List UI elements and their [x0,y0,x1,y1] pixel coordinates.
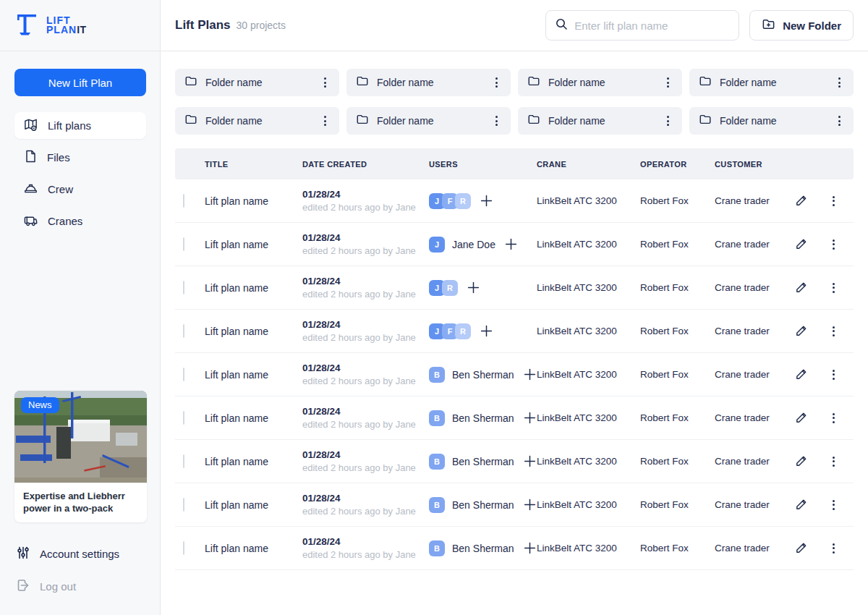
account-settings-link[interactable]: Account settings [14,546,146,562]
row-checkbox[interactable] [183,281,184,294]
folder-card[interactable]: Folder name [175,69,339,96]
search-input[interactable] [574,20,730,32]
edit-row-button[interactable] [791,278,811,298]
sidebar-item-cranes[interactable]: Cranes [14,208,146,234]
sidebar-item-crew[interactable]: Crew [14,176,146,203]
cell-users: B Ben Sherman [429,540,537,556]
row-menu-button[interactable] [825,192,842,210]
folder-icon [184,75,197,90]
edit-row-button[interactable] [791,538,811,559]
column-header-title: TITLE [205,160,302,169]
sidebar-item-files[interactable]: Files [14,144,146,171]
row-menu-button[interactable] [825,496,842,514]
row-checkbox[interactable] [183,368,184,381]
row-checkbox[interactable] [183,411,184,425]
table-row[interactable]: Lift plan name 01/28/24 edited 2 hours a… [175,266,854,310]
folder-menu-button[interactable] [659,74,676,91]
user-name: Ben Sherman [452,543,514,554]
date-value: 01/28/24 [302,449,429,462]
user-name: Ben Sherman [452,412,514,424]
table-row[interactable]: Lift plan name 01/28/24 edited 2 hours a… [175,396,854,440]
table-row[interactable]: Lift plan name 01/28/24 edited 2 hours a… [175,527,854,570]
date-value: 01/28/24 [302,318,429,331]
new-lift-plan-button[interactable]: New Lift Plan [14,69,146,96]
edit-row-button[interactable] [791,365,811,385]
add-user-button[interactable] [505,238,517,250]
folder-menu-button[interactable] [488,112,505,130]
folder-menu-button[interactable] [316,74,333,91]
cell-date-created: 01/28/24 edited 2 hours ago by Jane [302,362,429,387]
add-user-button[interactable] [524,499,536,511]
add-user-button[interactable] [524,412,536,424]
folder-menu-button[interactable] [488,74,505,91]
news-card[interactable]: News Expertise and Liebherr power in a t… [14,391,147,522]
folder-icon [699,113,712,129]
row-menu-button[interactable] [825,540,842,557]
row-checkbox[interactable] [183,541,184,555]
row-menu-button[interactable] [825,323,842,340]
add-user-button[interactable] [467,281,480,294]
date-value: 01/28/24 [302,188,429,201]
avatar-group: B [429,454,445,470]
brand-wordmark: LIFT PLANIT [46,16,87,35]
column-header-operator: OPERATOR [640,160,715,169]
row-checkbox[interactable] [183,237,184,251]
cell-customer: Crane trader [715,543,791,554]
table-row[interactable]: Lift plan name 01/28/24 edited 2 hours a… [175,440,854,483]
search-box[interactable] [545,10,739,41]
table-row[interactable]: Lift plan name 01/28/24 edited 2 hours a… [175,483,854,527]
folder-menu-button[interactable] [659,112,676,130]
table-row[interactable]: Lift plan name 01/28/24 edited 2 hours a… [175,310,854,353]
folder-card[interactable]: Folder name [175,107,339,135]
nav-item-label: Crew [48,183,73,195]
row-checkbox[interactable] [183,324,184,338]
row-menu-button[interactable] [825,410,842,427]
row-menu-button[interactable] [825,279,842,297]
cell-users: B Ben Sherman [429,367,537,383]
row-checkbox[interactable] [183,498,184,512]
row-menu-button[interactable] [825,453,842,470]
cell-operator: Robert Fox [640,456,715,467]
edit-row-button[interactable] [791,408,811,428]
cell-crane: LinkBelt ATC 3200 [537,195,640,206]
add-user-button[interactable] [480,195,493,207]
avatar-group: JFR [429,193,471,209]
table-row[interactable]: Lift plan name 01/28/24 edited 2 hours a… [175,179,854,223]
row-menu-button[interactable] [825,366,842,383]
edit-row-button[interactable] [791,495,811,515]
folder-card[interactable]: Folder name [346,107,511,135]
folder-card[interactable]: Folder name [689,107,854,135]
column-header-date-created: DATE CREATED [302,160,429,169]
folder-menu-button[interactable] [830,112,848,130]
logout-link[interactable]: Log out [14,578,146,595]
cell-crane: LinkBelt ATC 3200 [537,369,640,380]
new-folder-button[interactable]: New Folder [749,10,854,41]
edit-row-button[interactable] [791,321,811,342]
edit-row-button[interactable] [791,191,811,211]
edited-info: edited 2 hours ago by Jane [302,201,429,213]
table-row[interactable]: Lift plan name 01/28/24 edited 2 hours a… [175,223,854,266]
date-value: 01/28/24 [302,362,429,375]
folder-menu-button[interactable] [316,112,333,130]
add-user-button[interactable] [524,455,536,467]
add-user-button[interactable] [480,325,493,337]
row-checkbox[interactable] [183,194,184,208]
folder-card[interactable]: Folder name [689,69,854,96]
edited-info: edited 2 hours ago by Jane [302,288,429,300]
edit-row-button[interactable] [791,451,811,472]
folder-menu-button[interactable] [830,74,848,91]
folder-card[interactable]: Folder name [518,69,682,96]
add-user-button[interactable] [524,542,536,554]
table-row[interactable]: Lift plan name 01/28/24 edited 2 hours a… [175,353,854,396]
cell-title: Lift plan name [205,239,302,250]
folder-icon [527,113,540,129]
row-menu-button[interactable] [825,236,842,253]
edit-row-button[interactable] [791,234,811,255]
add-user-button[interactable] [524,368,536,381]
user-avatar: B [429,410,445,426]
avatar-group: JFR [429,323,471,339]
folder-card[interactable]: Folder name [346,69,511,96]
folder-card[interactable]: Folder name [518,107,682,135]
sidebar-item-lift-plans[interactable]: Lift plans [14,112,146,139]
row-checkbox[interactable] [183,454,184,468]
